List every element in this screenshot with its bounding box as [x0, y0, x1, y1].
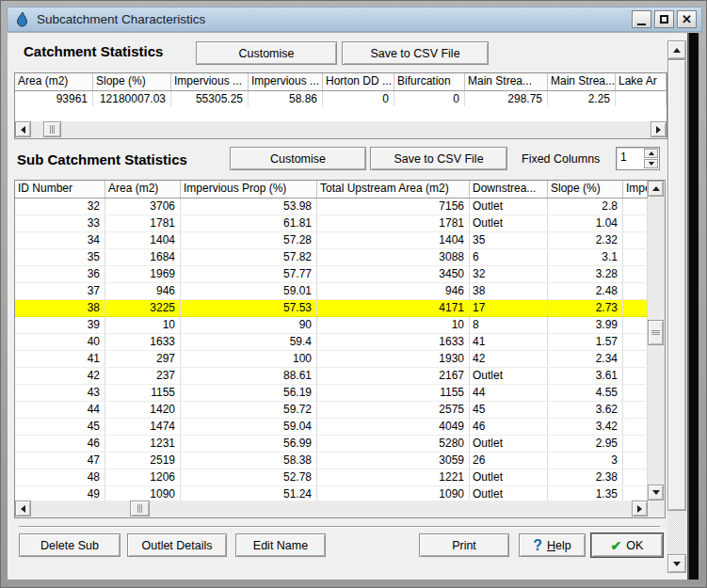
grid-cell[interactable] — [623, 419, 648, 435]
table-row[interactable]: 38322557.534171172.73 — [15, 300, 648, 317]
table-row[interactable]: 49109051.241090Outlet1.35 — [15, 486, 648, 501]
grid-cell[interactable]: 10 — [317, 317, 470, 333]
table-row[interactable]: 412971001930422.34 — [15, 351, 648, 368]
grid-cell[interactable]: 32 — [15, 199, 105, 215]
grid-cell[interactable]: 1930 — [317, 351, 470, 367]
spin-up-button[interactable] — [644, 149, 658, 158]
grid-cell[interactable]: 61.81 — [181, 215, 317, 231]
grid-cell[interactable]: 35 — [470, 232, 548, 248]
grid-cell[interactable]: 298.75 — [465, 91, 548, 107]
grid-cell[interactable]: 43 — [15, 385, 105, 401]
grid-cell[interactable]: 3.62 — [548, 402, 623, 418]
grid-cell[interactable]: 1633 — [317, 334, 470, 350]
grid-cell[interactable]: 1.57 — [548, 334, 623, 350]
grid-cell[interactable]: 2.38 — [548, 469, 623, 485]
grid-cell[interactable] — [623, 199, 648, 215]
catchment-customise-button[interactable]: Customise — [196, 41, 337, 65]
grid-cell[interactable]: 47 — [15, 453, 105, 469]
table-row[interactable]: 40163359.41633411.57 — [15, 334, 648, 351]
grid-cell[interactable]: 3.28 — [548, 266, 623, 282]
grid-cell[interactable]: 2.32 — [548, 232, 623, 248]
table-row[interactable]: 34140457.281404352.32 — [15, 232, 648, 249]
grid-cell[interactable]: 4.55 — [548, 385, 623, 401]
grid-cell[interactable]: 1474 — [105, 419, 181, 435]
grid-cell[interactable] — [623, 232, 648, 248]
grid-cell[interactable]: Outlet — [470, 215, 548, 231]
grid-cell[interactable]: 53.98 — [181, 199, 317, 215]
scroll-up-button[interactable] — [648, 181, 664, 197]
scroll-up-button[interactable] — [667, 40, 686, 59]
grid-cell[interactable]: 297 — [105, 351, 181, 367]
grid-cell[interactable]: 3088 — [317, 249, 470, 265]
grid-cell[interactable] — [623, 368, 648, 384]
grid-cell[interactable]: 40 — [15, 334, 105, 350]
grid-cell[interactable]: 44 — [15, 402, 105, 418]
table-row[interactable]: 3794659.01946382.48 — [15, 283, 648, 300]
grid-cell[interactable]: 33 — [15, 215, 105, 231]
grid-cell[interactable]: 3.61 — [548, 368, 623, 384]
grid-cell[interactable]: Outlet — [470, 486, 548, 501]
subcatchment-customise-button[interactable]: Customise — [230, 147, 366, 170]
catchment-save-csv-button[interactable]: Save to CSV File — [342, 41, 489, 65]
scroll-left-button[interactable] — [15, 121, 31, 137]
grid-cell[interactable]: Outlet — [470, 199, 548, 215]
grid-cell[interactable]: 34 — [15, 232, 105, 248]
vscroll-thumb[interactable] — [648, 320, 664, 345]
delete-sub-button[interactable]: Delete Sub — [19, 533, 121, 557]
grid-cell[interactable]: 237 — [105, 368, 181, 384]
grid-cell[interactable]: 56.19 — [181, 385, 317, 401]
table-row[interactable]: 4223788.612167Outlet3.61 — [15, 368, 648, 385]
grid-cell[interactable]: 57.82 — [181, 249, 317, 265]
grid-cell[interactable]: 1404 — [105, 232, 181, 248]
grid-cell[interactable] — [623, 283, 648, 299]
table-row[interactable]: 32370653.987156Outlet2.8 — [15, 199, 648, 215]
grid-cell[interactable]: Outlet — [470, 469, 548, 485]
spin-down-button[interactable] — [644, 159, 658, 168]
grid-cell[interactable]: 1231 — [105, 436, 181, 452]
grid-cell[interactable] — [623, 300, 648, 316]
table-row[interactable]: 46123156.995280Outlet2.95 — [15, 436, 648, 453]
grid-cell[interactable] — [623, 385, 648, 401]
scroll-left-button[interactable] — [15, 501, 31, 516]
grid-cell[interactable]: 1420 — [105, 402, 181, 418]
catchment-hscrollbar[interactable] — [15, 121, 667, 138]
grid-cell[interactable]: 1.04 — [548, 215, 623, 231]
grid-cell[interactable]: 37 — [15, 283, 105, 299]
grid-cell[interactable]: 2.8 — [548, 199, 623, 215]
scroll-right-button[interactable] — [651, 121, 667, 137]
grid-cell[interactable]: 946 — [317, 283, 470, 299]
grid-cell[interactable]: 1221 — [317, 469, 470, 485]
grid-cell[interactable]: 1155 — [317, 385, 470, 401]
grid-cell[interactable]: 32 — [470, 266, 548, 282]
grid-cell[interactable]: 12180007.03 — [93, 91, 171, 107]
table-row[interactable]: 47251958.383059263 — [15, 453, 648, 469]
table-row[interactable]: 3910901083.99 — [15, 317, 648, 334]
grid-cell[interactable]: 38 — [15, 300, 105, 316]
grid-cell[interactable]: 8 — [470, 317, 548, 333]
grid-cell[interactable]: 35 — [15, 249, 105, 265]
grid-cell[interactable]: 3 — [548, 453, 623, 469]
grid-cell[interactable]: 57.77 — [181, 266, 317, 282]
grid-cell[interactable]: 2.34 — [548, 351, 623, 367]
table-row[interactable]: 45147459.044049463.42 — [15, 419, 648, 436]
grid-cell[interactable]: 1969 — [105, 266, 181, 282]
grid-cell[interactable]: 3.1 — [548, 249, 623, 265]
maximize-button[interactable] — [654, 10, 674, 28]
hscroll-thumb[interactable] — [130, 501, 150, 516]
grid-cell[interactable]: 1404 — [317, 232, 470, 248]
grid-cell[interactable]: 0 — [323, 91, 394, 107]
grid-cell[interactable] — [623, 402, 648, 418]
grid-cell[interactable]: 4171 — [317, 300, 470, 316]
table-row[interactable]: 44142059.722575453.62 — [15, 402, 648, 419]
grid-cell[interactable]: 3.42 — [548, 419, 623, 435]
table-row[interactable]: 33178161.811781Outlet1.04 — [15, 215, 648, 232]
grid-cell[interactable]: 88.61 — [181, 368, 317, 384]
outlet-details-button[interactable]: Outlet Details — [127, 533, 227, 557]
grid-cell[interactable]: 3450 — [317, 266, 470, 282]
grid-cell[interactable] — [623, 334, 648, 350]
table-row[interactable]: 43115556.191155444.55 — [15, 385, 648, 402]
table-row[interactable]: 36196957.773450323.28 — [15, 266, 648, 283]
grid-cell[interactable]: 17 — [470, 300, 548, 316]
grid-cell[interactable]: 39 — [15, 317, 105, 333]
grid-cell[interactable]: 5280 — [317, 436, 470, 452]
